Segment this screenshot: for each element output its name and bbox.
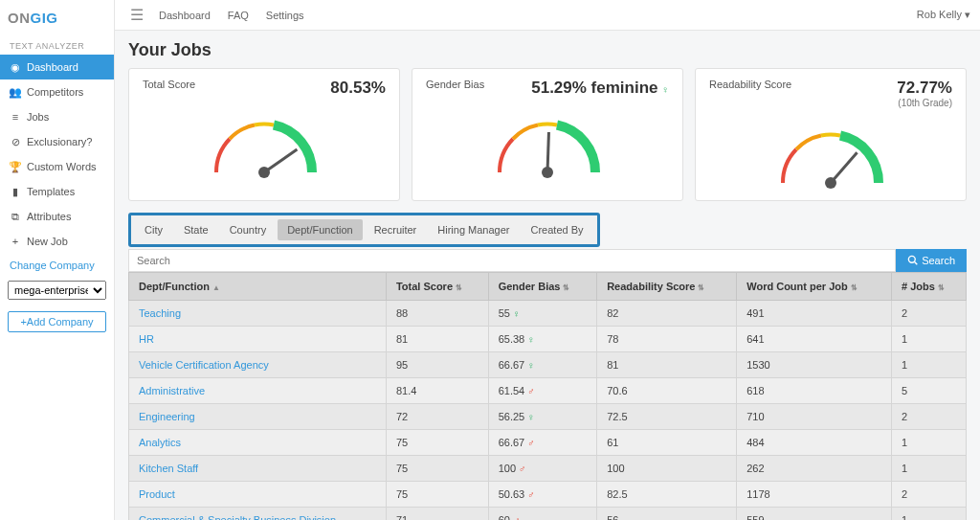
cell-total: 71 (386, 508, 488, 521)
cell-jobs: 1 (891, 508, 966, 521)
cell-word-count: 559 (737, 508, 892, 521)
cell-jobs: 1 (891, 456, 966, 482)
brand-part2: GIG (31, 10, 58, 26)
table-row: Analytics 75 66.67♂ 61 484 1 (129, 430, 967, 456)
column-header[interactable]: Gender Bias⇅ (488, 273, 597, 301)
cell-readability: 78 (597, 327, 737, 352)
cell-dept: Vehicle Certification Agency (129, 352, 387, 378)
cell-dept: Kitchen Staff (129, 456, 387, 482)
gender-icon: ♂ (527, 438, 535, 448)
cell-readability: 70.6 (597, 378, 737, 404)
dept-link[interactable]: Commercial & Specialty Business Division (139, 514, 336, 520)
column-header[interactable]: Total Score⇅ (386, 273, 488, 301)
cell-readability: 56 (597, 508, 737, 521)
cell-word-count: 484 (737, 430, 892, 456)
dept-link[interactable]: Engineering (139, 411, 195, 422)
cell-readability: 82 (597, 301, 737, 327)
gender-icon: ♂ (513, 515, 521, 520)
dept-link[interactable]: HR (139, 333, 154, 345)
gender-icon: ♂ (527, 489, 535, 500)
cell-dept: HR (129, 327, 387, 352)
card-value: 51.29% feminine♀ (531, 79, 669, 97)
gauge-icon (426, 105, 669, 182)
tab-country[interactable]: Country (220, 219, 277, 240)
add-company-button[interactable]: +Add Company (8, 311, 106, 332)
user-menu[interactable]: Rob Kelly ▾ (917, 9, 970, 21)
cell-dept: Engineering (129, 404, 387, 430)
search-input[interactable] (128, 249, 896, 272)
cell-total: 81 (386, 327, 488, 352)
svg-line-1 (264, 149, 297, 172)
dept-link[interactable]: Teaching (139, 307, 181, 319)
tab-hiring-manager[interactable]: Hiring Manager (428, 219, 519, 240)
card-subtitle: (10th Grade) (897, 98, 952, 108)
column-header[interactable]: # Jobs⇅ (891, 273, 966, 301)
sidebar-item-dashboard[interactable]: ◉Dashboard (0, 55, 114, 79)
tab-city[interactable]: City (135, 219, 172, 240)
search-button[interactable]: Search (896, 249, 967, 272)
cell-dept: Analytics (129, 430, 387, 456)
sidebar-item-label: New Job (27, 236, 68, 247)
sidebar-item-exclusionary-[interactable]: ⊘Exclusionary? (0, 129, 114, 154)
dept-link[interactable]: Vehicle Certification Agency (139, 359, 269, 371)
company-select[interactable]: mega-enterprises (8, 281, 106, 300)
card-title: Readability Score (709, 79, 791, 90)
cell-gender-bias: 55♀ (488, 301, 597, 327)
filter-tabs: CityStateCountryDept/FunctionRecruiterHi… (128, 213, 600, 247)
cell-gender-bias: 60♂ (488, 508, 597, 521)
search-row: Search (128, 249, 967, 272)
user-name: Rob Kelly (917, 9, 962, 20)
column-header[interactable]: Dept/Function▲ (129, 273, 387, 301)
cell-jobs: 2 (891, 301, 966, 327)
gender-icon: ♂ (527, 386, 535, 396)
sidebar-item-templates[interactable]: ▮Templates (0, 179, 114, 204)
column-header[interactable]: Readability Score⇅ (597, 273, 737, 301)
dept-link[interactable]: Analytics (139, 437, 181, 448)
sidebar-item-new-job[interactable]: +New Job (0, 229, 114, 254)
sidebar-item-custom-words[interactable]: 🏆Custom Words (0, 154, 114, 179)
topnav-settings[interactable]: Settings (266, 10, 304, 21)
trophy-icon: 🏆 (10, 161, 21, 172)
tab-recruiter[interactable]: Recruiter (365, 219, 427, 240)
cell-total: 81.4 (386, 378, 488, 404)
card-title: Gender Bias (426, 79, 484, 90)
tab-created-by[interactable]: Created By (521, 219, 592, 240)
topbar: ☰ DashboardFAQSettings Rob Kelly ▾ (115, 0, 980, 31)
table-row: HR 81 65.38♀ 78 641 1 (129, 327, 967, 352)
sidebar-item-competitors[interactable]: 👥Competitors (0, 79, 114, 104)
cell-jobs: 1 (891, 352, 966, 378)
change-company-link[interactable]: Change Company (0, 254, 114, 277)
sort-icon: ⇅ (563, 283, 569, 292)
sidebar-item-jobs[interactable]: ≡Jobs (0, 104, 114, 129)
column-header[interactable]: Word Count per Job⇅ (737, 273, 892, 301)
tab-dept-function[interactable]: Dept/Function (278, 219, 362, 240)
card-value: 80.53% (330, 79, 386, 97)
summary-cards: Total Score 80.53% Gender Bias 51.29% fe… (128, 68, 967, 201)
cell-gender-bias: 66.67♀ (488, 352, 597, 378)
cell-jobs: 2 (891, 482, 966, 508)
cell-jobs: 5 (891, 378, 966, 404)
cell-gender-bias: 61.54♂ (488, 378, 597, 404)
dept-link[interactable]: Product (139, 488, 175, 500)
card-title: Total Score (143, 79, 195, 90)
table-row: Engineering 72 56.25♀ 72.5 710 2 (129, 404, 967, 430)
cell-total: 72 (386, 404, 488, 430)
topnav-faq[interactable]: FAQ (228, 10, 249, 21)
menu-toggle-icon[interactable]: ☰ (124, 6, 149, 24)
dept-link[interactable]: Kitchen Staff (139, 463, 198, 474)
sidebar-item-attributes[interactable]: ⧉Attributes (0, 204, 114, 229)
table-row: Administrative 81.4 61.54♂ 70.6 618 5 (129, 378, 967, 404)
tab-state[interactable]: State (174, 219, 218, 240)
cell-gender-bias: 66.67♂ (488, 430, 597, 456)
svg-point-6 (909, 256, 916, 262)
gender-icon: ♀ (527, 360, 535, 371)
topnav-dashboard[interactable]: Dashboard (159, 10, 211, 21)
gauge-icon (709, 116, 952, 192)
dept-link[interactable]: Administrative (139, 385, 205, 396)
table-row: Kitchen Staff 75 100♂ 100 262 1 (129, 456, 967, 482)
gauge-icon (143, 105, 386, 182)
cell-jobs: 1 (891, 430, 966, 456)
cell-word-count: 1530 (737, 352, 892, 378)
file-icon: ▮ (10, 186, 21, 197)
cell-word-count: 710 (737, 404, 892, 430)
